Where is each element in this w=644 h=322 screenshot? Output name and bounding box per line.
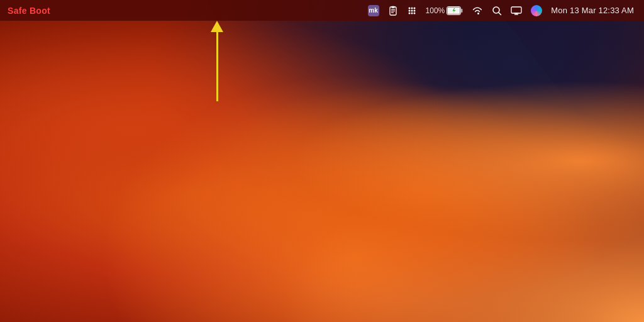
clipboard-icon[interactable]: [386, 4, 401, 17]
svg-line-18: [499, 13, 501, 15]
datetime-display[interactable]: Mon 13 Mar 12:33 AM: [548, 4, 636, 16]
desktop-dark-wedge: [424, 0, 644, 201]
arrow-head: [211, 21, 223, 32]
wifi-icon[interactable]: [469, 5, 486, 16]
svg-rect-16: [461, 9, 463, 13]
siri-orb: [531, 5, 542, 16]
datetime-text: Mon 13 Mar 12:33 AM: [551, 6, 634, 15]
spotlight-search-icon[interactable]: [489, 4, 504, 17]
svg-point-11: [408, 12, 410, 14]
grid-dots-icon[interactable]: [404, 4, 419, 17]
svg-point-7: [413, 7, 415, 9]
displays-icon[interactable]: [508, 5, 525, 16]
svg-point-5: [408, 7, 410, 9]
siri-icon[interactable]: [528, 4, 545, 18]
menubar: Safe Boot mk: [0, 0, 644, 21]
svg-rect-19: [511, 7, 521, 13]
desktop: Safe Boot mk: [0, 0, 644, 322]
battery-percent-text: 100%: [426, 6, 445, 15]
menubar-right-icons: mk: [365, 4, 636, 18]
svg-point-9: [411, 9, 413, 11]
yellow-arrow-indicator: [211, 21, 223, 101]
svg-point-13: [413, 12, 415, 14]
mk-app-icon[interactable]: mk: [368, 5, 379, 16]
mastodon-icon[interactable]: mk: [365, 4, 382, 18]
arrow-shaft: [216, 32, 218, 101]
svg-rect-1: [391, 6, 394, 8]
svg-point-10: [413, 9, 415, 11]
svg-point-12: [411, 12, 413, 14]
svg-point-8: [408, 9, 410, 11]
safe-boot-label: Safe Boot: [0, 6, 58, 16]
battery-indicator[interactable]: 100%: [423, 5, 466, 16]
svg-point-6: [411, 7, 413, 9]
